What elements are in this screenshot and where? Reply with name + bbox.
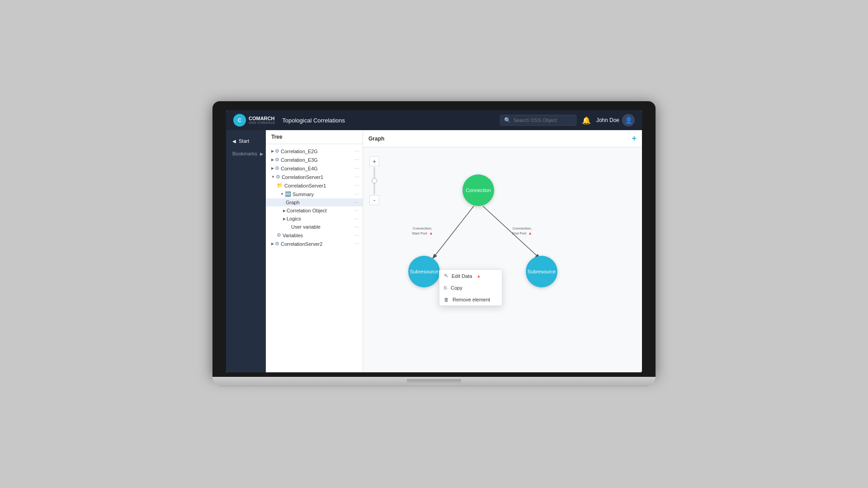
tree-item-graph[interactable]: Graph ⋯ xyxy=(266,198,363,206)
tree-item-logics[interactable]: ▶ Logics ⋯ xyxy=(266,215,363,223)
logo-main: COMARCH xyxy=(249,116,275,121)
tree-item-correlationserver1-child[interactable]: 📁 CorrelationServer1 ⋯ xyxy=(266,181,363,190)
more-icon[interactable]: ⋯ xyxy=(354,233,359,238)
tree-content: ▶ ⚙ Correlation_E2G ⋯ ▶ ⚙ Correlation_E3… xyxy=(266,144,363,372)
context-menu-edit-label: Edit Data xyxy=(452,273,472,279)
gear-icon: ⚙ xyxy=(275,165,279,171)
tree-label: CorrelationServer2 xyxy=(281,241,353,247)
arrow-icon: ▶ xyxy=(271,242,274,246)
folder-icon: 📁 xyxy=(277,183,283,188)
gear-icon: ⚙ xyxy=(275,241,279,247)
node-subresource-left[interactable]: Subresource xyxy=(408,256,440,287)
port-label-left: Connection,Start Port ▲ xyxy=(412,226,433,235)
tree-item-variables[interactable]: ⚙ Variables ⋯ xyxy=(266,231,363,239)
zoom-out-button[interactable]: - xyxy=(369,195,379,205)
context-menu-remove-label: Remove element xyxy=(453,297,490,302)
add-button[interactable]: + xyxy=(632,134,637,143)
gear-icon: ⚙ xyxy=(277,232,281,238)
chevron-left-icon: ◀ xyxy=(232,139,236,144)
node-subresource-right[interactable]: Subresource xyxy=(526,256,557,287)
sidebar: ◀ Start Bookmarks ▶ xyxy=(226,130,266,372)
arrow-down-icon: ▼ xyxy=(280,192,284,196)
tree-item-summary[interactable]: ▼ 🆕 Summary ⋯ xyxy=(266,190,363,198)
context-menu-remove[interactable]: 🗑 Remove element xyxy=(439,294,502,305)
copy-icon: ⎘ xyxy=(444,285,447,291)
tree-header: Tree xyxy=(266,130,363,144)
content-area: Tree ▶ ⚙ Correlation_E2G ⋯ xyxy=(266,130,642,372)
graph-panel: Graph + xyxy=(363,130,642,372)
node-subresource-right-label: Subresource xyxy=(528,269,556,274)
context-menu-copy-label: Copy xyxy=(451,285,462,291)
edit-icon: ✎ xyxy=(444,273,448,279)
main-layout: ◀ Start Bookmarks ▶ Tree xyxy=(226,130,642,372)
arrow-icon: ▶ xyxy=(283,209,286,213)
page-title: Topological Correlations xyxy=(282,117,345,124)
tree-item-correlationserver1-root[interactable]: ▼ ⚙ CorrelationServer1 ⋯ xyxy=(266,173,363,181)
svg-line-0 xyxy=(433,206,474,258)
more-icon[interactable]: ⋯ xyxy=(354,149,359,154)
app-header: C COMARCH OSS CONSOLE Topological Correl… xyxy=(226,110,642,130)
tree-panel: Tree ▶ ⚙ Correlation_E2G ⋯ xyxy=(266,130,363,372)
context-menu: ✎ Edit Data ▲ ⎘ Copy 🗑 xyxy=(439,269,502,306)
warning-icon-edit: ▲ xyxy=(476,274,481,278)
tree-item-correlation-e3g[interactable]: ▶ ⚙ Correlation_E3G ⋯ xyxy=(266,155,363,164)
search-input[interactable] xyxy=(514,117,572,123)
zoom-slider[interactable] xyxy=(373,167,375,194)
gear-icon: ⚙ xyxy=(275,157,279,163)
summary-icon: 🆕 xyxy=(285,191,291,197)
graph-title: Graph xyxy=(368,136,384,142)
user-name: John Doe xyxy=(596,117,619,123)
zoom-handle[interactable] xyxy=(372,178,377,183)
zoom-controls: + - xyxy=(369,156,379,205)
more-icon[interactable]: ⋯ xyxy=(354,225,359,230)
chevron-right-icon: ▶ xyxy=(260,151,264,156)
sidebar-item-bookmarks[interactable]: Bookmarks ▶ xyxy=(226,147,266,160)
more-icon[interactable]: ⋯ xyxy=(354,208,359,213)
logo-icon: C xyxy=(233,114,246,127)
arrow-icon: ▶ xyxy=(271,149,274,153)
tree-item-correlation-e4g[interactable]: ▶ ⚙ Correlation_E4G ⋯ xyxy=(266,164,363,173)
warning-icon-right: ▲ xyxy=(528,231,532,235)
tree-item-correlation-object[interactable]: ▶ Correlation Object ⋯ xyxy=(266,206,363,215)
search-box[interactable]: 🔍 xyxy=(500,115,576,126)
warning-icon-left: ▲ xyxy=(429,231,433,235)
more-icon[interactable]: ⋯ xyxy=(354,157,359,162)
tree-label: CorrelationServer1 xyxy=(284,183,353,188)
node-subresource-left-label: Subresource xyxy=(410,269,438,274)
logo-sub: OSS CONSOLE xyxy=(249,121,275,125)
sidebar-start-label: Start xyxy=(239,138,249,144)
zoom-in-button[interactable]: + xyxy=(369,156,379,166)
tree-label: Logics xyxy=(287,216,353,221)
tree-label: CorrelationServer1 xyxy=(282,174,353,180)
gear-icon: ⚙ xyxy=(275,148,279,154)
tree-item-correlation-e2g[interactable]: ▶ ⚙ Correlation_E2G ⋯ xyxy=(266,147,363,155)
tree-label: Correlation_E3G xyxy=(281,157,353,163)
tree-label: Summary xyxy=(292,192,353,197)
sidebar-item-start[interactable]: ◀ Start xyxy=(226,135,266,147)
tree-item-user-variable[interactable]: User variable ⋯ xyxy=(266,223,363,231)
user-area: John Doe 👤 xyxy=(596,114,635,127)
tree-label: Correlation_E4G xyxy=(281,166,353,171)
tree-item-correlationserver2[interactable]: ▶ ⚙ CorrelationServer2 ⋯ xyxy=(266,239,363,248)
tree-label: Variables xyxy=(283,233,353,238)
more-icon[interactable]: ⋯ xyxy=(354,166,359,171)
bell-icon[interactable]: 🔔 xyxy=(582,116,591,125)
arrow-icon: ▶ xyxy=(271,166,274,170)
tree-label: Graph xyxy=(286,200,353,205)
more-icon[interactable]: ⋯ xyxy=(354,200,359,205)
search-icon: 🔍 xyxy=(504,117,511,123)
header-icons: 🔔 John Doe 👤 xyxy=(582,114,635,127)
tree-label: Correlation Object xyxy=(287,208,353,213)
more-icon[interactable]: ⋯ xyxy=(354,192,359,197)
logo-area: C COMARCH OSS CONSOLE xyxy=(233,114,275,127)
node-connection-label: Connection xyxy=(466,188,491,193)
context-menu-copy[interactable]: ⎘ Copy xyxy=(439,282,502,294)
arrow-icon: ▶ xyxy=(271,158,274,162)
node-connection[interactable]: Connection xyxy=(462,174,494,206)
more-icon[interactable]: ⋯ xyxy=(354,174,359,179)
more-icon[interactable]: ⋯ xyxy=(354,216,359,221)
graph-svg xyxy=(363,147,642,372)
more-icon[interactable]: ⋯ xyxy=(354,183,359,188)
more-icon[interactable]: ⋯ xyxy=(354,241,359,246)
context-menu-edit-data[interactable]: ✎ Edit Data ▲ xyxy=(439,270,502,282)
